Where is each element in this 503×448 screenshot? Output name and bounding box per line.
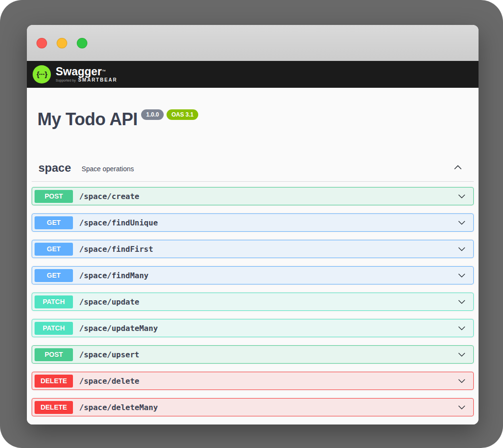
chevron-down-icon[interactable] [457, 271, 467, 280]
oas-badge: OAS 3.1 [167, 109, 198, 120]
swagger-braces-glyph: {···} [36, 71, 47, 79]
app-window: {···} Swagger™ Supported by SMARTBEAR My… [27, 25, 479, 424]
chevron-down-icon[interactable] [457, 297, 467, 307]
operations-list: POST /space/create GET /space/findUnique… [32, 187, 474, 416]
supported-by-prefix: Supported by [56, 79, 76, 82]
desktop-background: {···} Swagger™ Supported by SMARTBEAR My… [0, 0, 503, 448]
api-info: My Todo API 1.0.0OAS 3.1 [37, 109, 474, 130]
operation-path: /space/findUnique [79, 218, 158, 227]
operation-row[interactable]: PATCH /space/update [32, 293, 474, 311]
operation-path: /space/delete [79, 377, 139, 386]
chevron-down-icon[interactable] [457, 376, 467, 386]
chevron-down-icon[interactable] [457, 244, 467, 254]
operation-path: /space/findFirst [79, 245, 153, 254]
operation-row[interactable]: POST /space/upsert [32, 345, 474, 364]
trademark-symbol: ™ [102, 69, 106, 73]
operation-row[interactable]: PATCH /space/updateMany [32, 319, 474, 337]
method-badge: DELETE [35, 401, 73, 414]
method-badge: PATCH [35, 322, 73, 335]
chevron-up-icon [453, 162, 463, 174]
method-badge: GET [35, 269, 73, 282]
operation-path: /space/updateMany [79, 324, 158, 333]
operation-path: /space/update [79, 297, 139, 307]
method-badge: DELETE [35, 375, 73, 388]
close-button[interactable] [36, 38, 47, 48]
chevron-down-icon[interactable] [457, 218, 467, 227]
section-collapse-button[interactable] [453, 162, 463, 174]
operation-path: /space/upsert [79, 350, 139, 359]
swagger-topbar: {···} Swagger™ Supported by SMARTBEAR [27, 61, 479, 88]
tag-header[interactable]: space Space operations [32, 161, 474, 181]
supported-by-line: Supported by SMARTBEAR [56, 77, 118, 83]
chevron-down-icon[interactable] [457, 191, 467, 201]
operation-row[interactable]: GET /space/findFirst [32, 240, 474, 258]
operation-path: /space/findMany [79, 271, 149, 280]
tag-description: Space operations [82, 163, 134, 173]
swagger-logo-icon: {···} [33, 65, 51, 83]
zoom-button[interactable] [77, 38, 87, 48]
operation-row[interactable]: GET /space/findMany [32, 266, 474, 284]
tag-section-space: space Space operations POST /space/creat… [32, 161, 474, 416]
method-badge: GET [35, 243, 73, 256]
section-divider [32, 181, 474, 182]
method-badge: POST [35, 348, 73, 361]
method-badge: POST [35, 190, 73, 203]
swagger-wordmark: Swagger™ [56, 66, 118, 77]
chevron-down-icon[interactable] [457, 350, 467, 359]
api-badges: 1.0.0OAS 3.1 [141, 109, 201, 120]
window-titlebar [27, 25, 479, 61]
swagger-logo-text: Swagger™ Supported by SMARTBEAR [56, 66, 118, 83]
tag-name: space [38, 161, 71, 175]
operation-row[interactable]: DELETE /space/deleteMany [32, 398, 474, 416]
chevron-down-icon[interactable] [457, 402, 467, 412]
smartbear-wordmark: SMARTBEAR [78, 77, 118, 83]
minimize-button[interactable] [57, 38, 67, 48]
method-badge: GET [35, 216, 73, 229]
api-title: My Todo API [37, 109, 137, 129]
operation-path: /space/deleteMany [79, 403, 158, 412]
swagger-content: My Todo API 1.0.0OAS 3.1 space Space ope… [27, 88, 479, 424]
operation-path: /space/create [79, 192, 139, 201]
method-badge: PATCH [35, 295, 73, 308]
operation-row[interactable]: GET /space/findUnique [32, 213, 474, 232]
operation-row[interactable]: POST /space/create [32, 187, 474, 205]
operation-row[interactable]: DELETE /space/delete [32, 372, 474, 390]
swagger-logo: {···} Swagger™ Supported by SMARTBEAR [33, 65, 118, 83]
version-badge: 1.0.0 [141, 109, 164, 120]
chevron-down-icon[interactable] [457, 323, 467, 333]
